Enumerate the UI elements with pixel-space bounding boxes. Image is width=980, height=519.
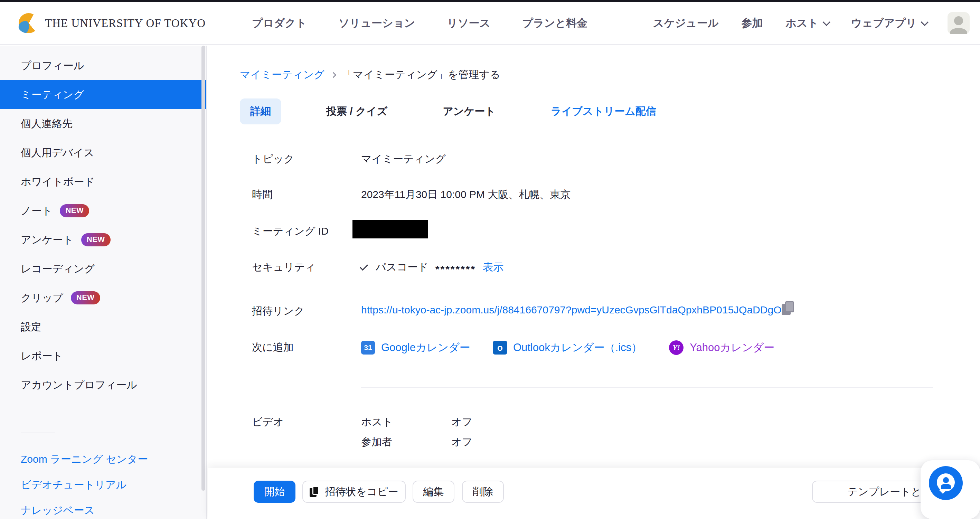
video-participant-value: オフ: [451, 435, 473, 449]
nav-webapp-label: ウェブアプリ: [851, 16, 917, 30]
chevron-down-icon: [822, 18, 830, 26]
utokyo-ginkgo-icon: [19, 13, 39, 33]
chevron-down-icon: [921, 18, 929, 26]
sidebar-help-links: Zoom ラーニング センター ビデオチュートリアル ナレッジベース: [0, 446, 206, 519]
breadcrumb-current: 「マイミーティング」を管理する: [342, 68, 500, 82]
logo-text: THE UNIVERSITY OF TOKYO: [45, 17, 205, 30]
delete-button[interactable]: 削除: [462, 481, 504, 503]
nav-plans-pricing[interactable]: プランと料金: [506, 16, 603, 30]
action-bar: 開始 招待状をコピー 編集 削除 テンプレートとして保存: [208, 468, 980, 519]
sidebar-item-surveys[interactable]: アンケートNEW: [0, 225, 206, 254]
nav-resources[interactable]: リソース: [431, 16, 506, 30]
nav-schedule[interactable]: スケジュール: [642, 16, 730, 30]
sidebar-item-reports[interactable]: レポート: [0, 341, 206, 371]
value-security: パスコード ******** 表示: [361, 260, 503, 274]
sidebar-link-video-tutorials[interactable]: ビデオチュートリアル: [0, 472, 206, 498]
sidebar-item-clips[interactable]: クリップNEW: [0, 283, 206, 312]
tab-details[interactable]: 詳細: [240, 99, 281, 124]
edit-button[interactable]: 編集: [413, 481, 454, 503]
nav-join[interactable]: 参加: [730, 16, 774, 30]
value-topic: マイミーティング: [361, 152, 446, 166]
tab-survey[interactable]: アンケート: [432, 99, 506, 124]
value-add-to: 31 Googleカレンダー o Outlookカレンダー（.ics） Y! Y…: [361, 341, 775, 355]
avatar-person-icon: [954, 16, 963, 25]
primary-nav: プロダクト ソリューション リソース プランと料金: [236, 16, 603, 30]
copy-invitation-button[interactable]: 招待状をコピー: [302, 481, 406, 503]
nav-host-label: ホスト: [786, 16, 818, 30]
tab-livestream[interactable]: ライブストリーム配信: [541, 99, 667, 124]
sidebar-item-settings[interactable]: 設定: [0, 312, 206, 341]
sidebar-item-personal-contacts[interactable]: 個人連絡先: [0, 109, 206, 138]
university-logo[interactable]: THE UNIVERSITY OF TOKYO: [19, 13, 205, 33]
show-passcode-link[interactable]: 表示: [483, 260, 503, 274]
nav-products[interactable]: プロダクト: [236, 16, 323, 30]
yahoo-calendar-link[interactable]: Y! Yahooカレンダー: [669, 341, 775, 355]
top-nav: THE UNIVERSITY OF TOKYO プロダクト ソリューション リソ…: [0, 2, 980, 45]
sidebar-item-whiteboard[interactable]: ホワイトボード: [0, 167, 206, 196]
yahoo-calendar-icon: Y!: [669, 341, 684, 355]
passcode-label: パスコード: [375, 260, 428, 274]
start-button[interactable]: 開始: [254, 481, 296, 503]
zoom-web-portal-page: THE UNIVERSITY OF TOKYO プロダクト ソリューション リソ…: [0, 0, 980, 519]
support-chat-button[interactable]: [929, 466, 963, 500]
invite-url-link[interactable]: https://u-tokyo-ac-jp.zoom.us/j/88416670…: [361, 304, 790, 315]
sidebar-item-personal-devices[interactable]: 個人用デバイス: [0, 138, 206, 167]
label-video: ビデオ: [252, 415, 284, 429]
secondary-nav: スケジュール 参加 ホスト ウェブアプリ: [642, 12, 970, 34]
avatar[interactable]: [948, 12, 970, 34]
passcode-mask: ********: [435, 263, 476, 275]
sidebar: プロフィール ミーティング 個人連絡先 個人用デバイス ホワイトボード ノートN…: [0, 46, 207, 519]
breadcrumb: マイミーティング 「マイミーティング」を管理する: [240, 68, 500, 82]
nav-solutions[interactable]: ソリューション: [323, 16, 431, 30]
tab-bar: 詳細 投票 / クイズ アンケート ライブストリーム配信: [240, 99, 667, 124]
label-meeting-id: ミーティング ID: [252, 224, 329, 239]
outlook-calendar-icon: o: [493, 341, 507, 355]
sidebar-divider: [21, 433, 55, 433]
nav-webapp[interactable]: ウェブアプリ: [840, 16, 938, 30]
tab-polls-quizzes[interactable]: 投票 / クイズ: [316, 99, 398, 124]
label-security: セキュリティ: [252, 260, 315, 274]
new-badge: NEW: [71, 291, 100, 304]
label-topic: トピック: [252, 152, 294, 166]
sidebar-item-account-profile[interactable]: アカウントプロフィール: [0, 371, 206, 400]
copy-icon: [310, 486, 320, 498]
new-badge: NEW: [60, 204, 89, 217]
label-time: 時間: [252, 188, 273, 202]
label-add-to: 次に追加: [252, 341, 294, 355]
sidebar-item-recordings[interactable]: レコーディング: [0, 254, 206, 283]
sidebar-menu: プロフィール ミーティング 個人連絡先 個人用デバイス ホワイトボード ノートN…: [0, 46, 206, 400]
sidebar-link-knowledge-base[interactable]: ナレッジベース: [0, 498, 206, 519]
nav-host[interactable]: ホスト: [774, 16, 839, 30]
breadcrumb-my-meetings[interactable]: マイミーティング: [240, 68, 325, 82]
video-participant-label: 参加者: [361, 435, 392, 449]
sidebar-item-notes[interactable]: ノートNEW: [0, 196, 206, 225]
label-invite-link: 招待リンク: [252, 304, 304, 318]
sidebar-link-learning-center[interactable]: Zoom ラーニング センター: [0, 446, 206, 472]
google-calendar-icon: 31: [361, 341, 375, 355]
value-invite-link: https://u-tokyo-ac-jp.zoom.us/j/88416670…: [361, 304, 790, 316]
sidebar-scrollbar[interactable]: [202, 46, 205, 491]
value-time: 2023年11月30日 10:00 PM 大阪、札幌、東京: [361, 188, 571, 202]
copy-invite-link-icon[interactable]: [782, 301, 795, 317]
check-icon: [360, 262, 368, 271]
outlook-calendar-link[interactable]: o Outlookカレンダー（.ics）: [493, 341, 642, 355]
video-host-value: オフ: [451, 415, 473, 429]
meeting-id-redacted: [352, 220, 428, 239]
sidebar-item-profile[interactable]: プロフィール: [0, 51, 206, 80]
chevron-right-icon: [330, 72, 336, 78]
video-host-label: ホスト: [361, 415, 393, 429]
section-divider: [361, 387, 933, 388]
new-badge: NEW: [81, 233, 111, 246]
google-calendar-link[interactable]: 31 Googleカレンダー: [361, 341, 470, 355]
sidebar-item-meetings[interactable]: ミーティング: [0, 80, 206, 109]
